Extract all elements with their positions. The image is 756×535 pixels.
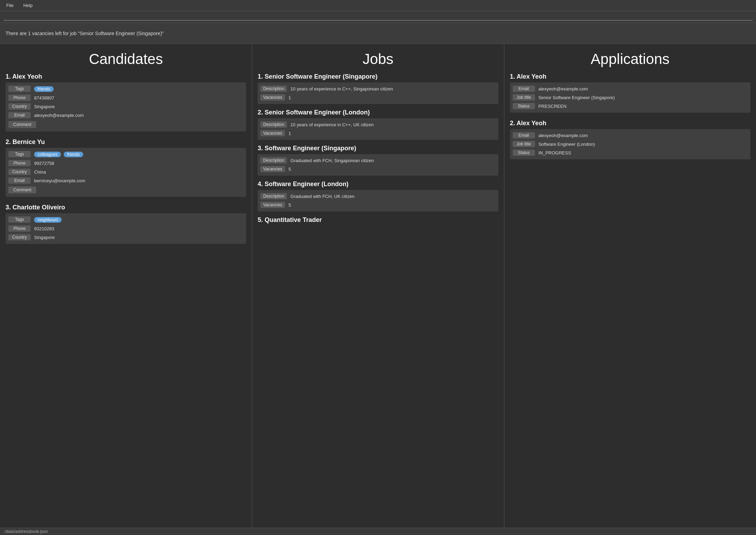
job-card: Description 10 years of experience in C+… [258,82,498,104]
jobs-column: Jobs 1. Senior Software Engineer (Singap… [252,44,504,528]
job-card: Description Graduated with FCH, Singapor… [258,154,498,176]
phone-label: Phone [8,160,31,166]
job-vacancies-row: Vacancies 1 [258,129,498,138]
main-content: Candidates 1. Alex Yeoh Tags friends Pho… [0,44,756,528]
field-row-email: Email berniceyu@example.com [6,176,246,185]
tag-badge-friends: friends [34,86,54,92]
candidate-item: 2. Bernice Yu Tags colleagues friends Ph… [6,138,246,197]
email-value: alexyeoh@example.com [33,112,85,119]
phone-value: 93210283 [33,225,56,232]
job-description-row: Description 10 years of experience in C+… [258,85,498,93]
candidate-card: Tags neighbours Phone 93210283 Country S… [6,213,246,244]
tags-label: Tags [8,151,31,157]
status-message: There are 1 vacancies left for job "Seni… [6,31,164,36]
job-number: 4. Software Engineer (London) [258,181,498,188]
description-value: Graduated with FCH, Singaporean citizen [289,157,375,164]
field-row-tags: Tags friends [6,85,246,94]
phone-label: Phone [8,225,31,232]
status-value: PRESCREEN [537,103,568,110]
job-title-value: Software Engineer (London) [537,141,597,147]
job-item: 2. Senior Software Engineer (London) Des… [258,109,498,140]
vacancies-label: Vacancies [260,166,285,172]
comment-button[interactable]: Comment [8,121,36,128]
phone-value: 87438807 [33,95,56,101]
email-label: Email [8,112,31,118]
description-value: 10 years of experience in C++, Singapore… [289,86,394,92]
country-label: Country [8,103,31,110]
field-row-phone: Phone 93210283 [6,224,246,233]
command-input[interactable] [3,13,753,21]
field-row-phone: Phone 99272758 [6,159,246,168]
job-title-value: Senior Software Engineer (Singapore) [537,94,616,101]
country-value: China [33,169,47,175]
applications-list: 1. Alex Yeoh Email alexyeoh@example.com … [504,73,756,528]
job-item: 3. Software Engineer (Singapore) Descrip… [258,145,498,176]
email-value: alexyeoh@example.com [537,132,590,139]
job-card: Description 10 years of experience in C+… [258,118,498,140]
field-row-country: Country Singapore [6,102,246,111]
description-label: Description [260,86,287,92]
app-email-row: Email alexyeoh@example.com [510,85,750,93]
job-number: 1. Senior Software Engineer (Singapore) [258,73,498,80]
tag-badge-neighbours: neighbours [34,217,62,223]
job-item: 1. Senior Software Engineer (Singapore) … [258,73,498,104]
jobs-list: 1. Senior Software Engineer (Singapore) … [252,73,504,528]
email-value: alexyeoh@example.com [537,86,590,92]
country-value: Singapore [33,234,56,241]
tag-badge-colleagues: colleagues [34,152,61,157]
command-bar [0,11,756,23]
candidate-number: 3. Charlotte Oliveiro [6,204,246,211]
application-item: 2. Alex Yeoh Email alexyeoh@example.com … [510,120,750,159]
job-number: 5. Quantitative Trader [258,216,498,224]
tags-label: Tags [8,216,31,223]
footer: ./data/addressbook.json [0,528,756,535]
tag-badge-friends: friends [64,152,83,157]
application-number: 2. Alex Yeoh [510,120,750,127]
email-value: berniceyu@example.com [33,177,87,184]
phone-label: Phone [8,95,31,101]
candidates-header: Candidates [0,44,252,73]
vacancies-label: Vacancies [260,94,285,101]
status-label: Status [513,103,535,109]
candidate-number: 2. Bernice Yu [6,138,246,146]
job-description-row: Description Graduated with FCH, UK citiz… [258,192,498,201]
candidates-column: Candidates 1. Alex Yeoh Tags friends Pho… [0,44,252,528]
email-label: Email [513,86,535,92]
job-number: 2. Senior Software Engineer (London) [258,109,498,116]
field-row-tags: Tags colleagues friends [6,150,246,159]
field-row-country: Country Singapore [6,233,246,242]
tags-value: colleagues friends [33,151,86,158]
candidate-item: 3. Charlotte Oliveiro Tags neighbours Ph… [6,204,246,244]
comment-row: Comment [6,120,246,129]
field-row-country: Country China [6,168,246,176]
job-description-row: Description Graduated with FCH, Singapor… [258,156,498,165]
job-number: 3. Software Engineer (Singapore) [258,145,498,152]
candidate-item: 1. Alex Yeoh Tags friends Phone 87438807 [6,73,246,131]
vacancies-value: 5 [287,166,292,173]
country-value: Singapore [33,103,56,110]
menu-file[interactable]: File [4,2,16,9]
application-item: 1. Alex Yeoh Email alexyeoh@example.com … [510,73,750,113]
vacancies-value: 5 [287,202,292,208]
app-jobtitle-row: Job title Software Engineer (London) [510,140,750,149]
tags-value: neighbours [33,216,64,223]
vacancies-label: Vacancies [260,130,285,136]
description-label: Description [260,157,287,163]
app-email-row: Email alexyeoh@example.com [510,131,750,140]
candidate-card: Tags friends Phone 87438807 Country Sing… [6,82,246,131]
comment-button[interactable]: Comment [8,186,36,193]
candidate-number: 1. Alex Yeoh [6,73,246,80]
applications-column: Applications 1. Alex Yeoh Email alexyeoh… [504,44,756,528]
application-card: Email alexyeoh@example.com Job title Sof… [510,129,750,159]
email-label: Email [513,132,535,138]
status-label: Status [513,150,535,156]
field-row-email: Email alexyeoh@example.com [6,111,246,120]
footer-path: ./data/addressbook.json [3,529,48,534]
application-card: Email alexyeoh@example.com Job title Sen… [510,82,750,113]
job-title-label: Job title [513,141,535,147]
comment-row: Comment [6,185,246,195]
vacancies-value: 1 [287,130,292,137]
job-vacancies-row: Vacancies 1 [258,93,498,102]
menu-help[interactable]: Help [21,2,35,9]
app-jobtitle-row: Job title Senior Software Engineer (Sing… [510,93,750,102]
